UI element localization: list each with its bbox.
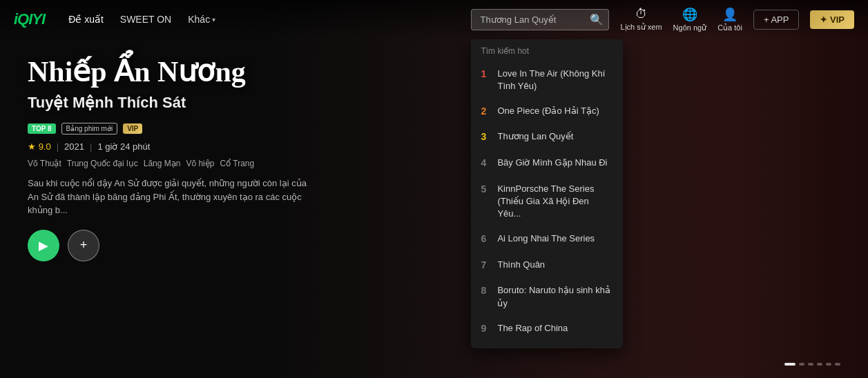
result-text: Thình Quân	[497, 259, 545, 271]
badge-bang: Bảng phim mới	[61, 123, 118, 135]
logo[interactable]: iQIYI	[14, 10, 45, 28]
result-number: 3	[481, 130, 490, 144]
search-input[interactable]	[471, 9, 609, 30]
result-text: KinnPorsche The Series (Thiếu Gia Xã Hội…	[497, 183, 613, 221]
pagination-dot-3[interactable]	[817, 363, 822, 366]
search-result-item[interactable]: 4Bây Giờ Mình Gặp Nhau Đi	[471, 150, 623, 177]
result-number: 5	[481, 183, 490, 197]
right-nav: ⏱ Lịch sử xem 🌐 Ngôn ngữ 👤 Của tôi + APP…	[620, 7, 854, 32]
chevron-down-icon: ▾	[212, 16, 215, 23]
tag[interactable]: Trung Quốc đại lục	[67, 159, 138, 168]
tag[interactable]: Cổ Trang	[220, 159, 254, 168]
search-result-item[interactable]: 9The Rap of China	[471, 316, 623, 342]
search-button[interactable]: 🔍	[590, 13, 604, 26]
rating: ★ 9.0	[28, 141, 51, 152]
result-number: 7	[481, 259, 490, 272]
result-number: 6	[481, 232, 490, 246]
search-result-item[interactable]: 7Thình Quân	[471, 252, 623, 279]
result-text: Thương Lan Quyết	[497, 130, 573, 143]
result-text: Bây Giờ Mình Gặp Nhau Đi	[497, 157, 607, 169]
meta-row: ★ 9.0 2021 1 giờ 24 phút	[28, 141, 318, 152]
pagination-dot-2[interactable]	[808, 363, 813, 366]
search-result-item[interactable]: 2One Piece (Đảo Hải Tặc)	[471, 99, 623, 125]
dropdown-label: Tìm kiếm hot	[471, 46, 623, 61]
divider1	[57, 141, 59, 152]
badges-row: TOP 8 Bảng phim mới VIP	[28, 123, 318, 135]
user-icon: 👤	[722, 7, 737, 22]
pagination-dots	[784, 363, 840, 366]
description: Sau khi cuộc nổi dậy An Sử được giải quy…	[28, 177, 318, 217]
year: 2021	[64, 141, 84, 152]
search-result-item[interactable]: 1Love In The Air (Không Khí Tình Yêu)	[471, 61, 623, 99]
result-number: 4	[481, 157, 490, 170]
nav-links: Đề xuất SWEET ON Khác ▾	[61, 10, 460, 29]
app-button[interactable]: + APP	[753, 10, 800, 30]
pagination-dot-5[interactable]	[835, 363, 840, 366]
tag[interactable]: Võ hiệp	[186, 159, 214, 168]
nav-khac[interactable]: Khác ▾	[181, 10, 222, 29]
tag[interactable]: Võ Thuật	[28, 159, 61, 168]
duration: 1 giờ 24 phút	[97, 141, 150, 152]
search-result-item[interactable]: 6Ai Long Nhai The Series	[471, 226, 623, 252]
pagination-dot-1[interactable]	[799, 363, 804, 366]
nav-profile[interactable]: 👤 Của tôi	[717, 7, 742, 32]
search-results-list: 1Love In The Air (Không Khí Tình Yêu)2On…	[471, 61, 623, 342]
language-icon: 🌐	[682, 7, 697, 22]
result-number: 1	[481, 68, 490, 81]
nav-history[interactable]: ⏱ Lịch sử xem	[620, 7, 662, 32]
result-number: 8	[481, 284, 490, 298]
nav-de-xuat[interactable]: Đề xuất	[61, 10, 110, 29]
result-number: 9	[481, 322, 490, 336]
search-result-item[interactable]: 5KinnPorsche The Series (Thiếu Gia Xã Hộ…	[471, 177, 623, 227]
nav-sweet-on[interactable]: SWEET ON	[113, 10, 178, 29]
hero-title-line1: Nhiếp Ẩn Nương	[28, 55, 318, 88]
badge-top: TOP 8	[28, 123, 56, 134]
result-text: Ai Long Nhai The Series	[497, 232, 595, 245]
add-to-list-button[interactable]: +	[68, 230, 99, 261]
search-container: 🔍 Tìm kiếm hot 1Love In The Air (Không K…	[471, 9, 609, 30]
nav-language[interactable]: 🌐 Ngôn ngữ	[673, 7, 707, 32]
navbar: iQIYI Đề xuất SWEET ON Khác ▾ 🔍 Tìm kiếm…	[0, 0, 868, 39]
action-buttons: ▶ +	[28, 230, 318, 261]
result-text: One Piece (Đảo Hải Tặc)	[497, 105, 599, 117]
badge-vip: VIP	[123, 123, 142, 134]
pagination-dot-0[interactable]	[784, 363, 795, 366]
hero-title-line2: Tuyệt Mệnh Thích Sát	[28, 94, 318, 112]
tag[interactable]: Lãng Mạn	[144, 159, 181, 168]
tags-row: Võ ThuậtTrung Quốc đại lụcLãng MạnVõ hiệ…	[28, 159, 318, 168]
result-text: The Rap of China	[497, 322, 568, 335]
divider2	[90, 141, 92, 152]
result-number: 2	[481, 105, 490, 119]
search-dropdown: Tìm kiếm hot 1Love In The Air (Không Khí…	[471, 39, 623, 349]
history-icon: ⏱	[635, 7, 648, 21]
pagination-dot-4[interactable]	[826, 363, 831, 366]
hero-content: Nhiếp Ẩn Nương Tuyệt Mệnh Thích Sát TOP …	[28, 55, 318, 261]
vip-button[interactable]: ✦ VIP	[810, 10, 854, 29]
search-result-item[interactable]: 3Thương Lan Quyết	[471, 124, 623, 150]
result-text: Love In The Air (Không Khí Tình Yêu)	[497, 68, 613, 92]
play-button[interactable]: ▶	[28, 230, 59, 261]
search-result-item[interactable]: 8Boruto: Naruto hậu sinh khả ủy	[471, 278, 623, 315]
result-text: Boruto: Naruto hậu sinh khả ủy	[497, 284, 613, 309]
